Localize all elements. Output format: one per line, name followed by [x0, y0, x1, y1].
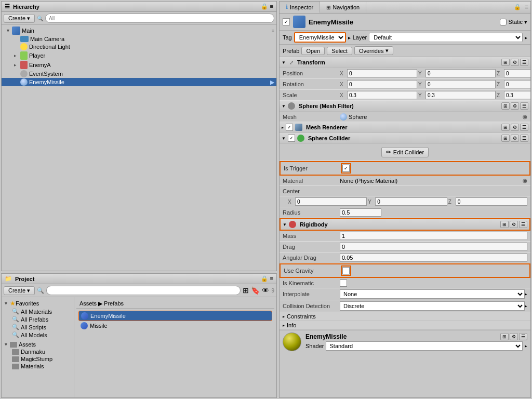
project-all-materials[interactable]: 🔍 All Materials: [2, 308, 74, 315]
hierarchy-item-player[interactable]: ▸ Player: [2, 51, 276, 60]
main-menu-icon[interactable]: ≡: [272, 28, 274, 33]
use-gravity-checkbox[interactable]: [342, 267, 350, 274]
object-enabled-checkbox[interactable]: ✓: [283, 18, 290, 25]
mesh-filter-menu-btn[interactable]: ⊞: [501, 102, 510, 110]
rigidbody-collapse-icon[interactable]: ▼: [283, 222, 287, 227]
hierarchy-menu-icon[interactable]: ≡: [270, 3, 273, 10]
shader-select[interactable]: Standard: [326, 341, 523, 351]
info-arrow[interactable]: ▸: [283, 323, 285, 328]
project-materials[interactable]: Materials: [2, 363, 74, 370]
project-enemy-missile-prefab[interactable]: EnemyMissile: [78, 311, 272, 321]
shader-dropdown-icon[interactable]: ▸: [525, 343, 527, 349]
mesh-renderer-menu-btn[interactable]: ⊞: [501, 124, 510, 131]
prefab-open-button[interactable]: Open: [301, 47, 325, 55]
hierarchy-item-event-system[interactable]: ▸ EventSystem: [2, 70, 276, 78]
transform-settings-btn[interactable]: ⚙: [511, 59, 519, 66]
mass-input[interactable]: [340, 232, 527, 240]
project-all-prefabs[interactable]: 🔍 All Prefabs: [2, 315, 74, 323]
rigidbody-gear-btn[interactable]: ☰: [519, 221, 527, 228]
material-settings-btn[interactable]: ⚙: [510, 333, 518, 340]
drag-input[interactable]: [340, 243, 527, 251]
project-magicstump[interactable]: MagicStump: [2, 355, 74, 363]
sphere-collider-collapse-icon[interactable]: ▼: [282, 136, 286, 141]
project-all-scripts[interactable]: 🔍 All Scripts: [2, 323, 74, 331]
scale-y-input[interactable]: [425, 91, 496, 99]
rotation-y-input[interactable]: [425, 80, 496, 88]
project-create-button[interactable]: Create ▾: [4, 286, 35, 295]
mesh-renderer-settings-btn[interactable]: ⚙: [511, 124, 519, 131]
hierarchy-item-enemy-missile[interactable]: ▸ EnemyMissile ▶: [2, 78, 276, 86]
tag-dropdown-icon[interactable]: ▸: [348, 35, 351, 41]
project-danmaku[interactable]: Danmaku: [2, 348, 74, 355]
project-toolbar-icon1[interactable]: ⊞: [243, 286, 249, 295]
is-kinematic-checkbox[interactable]: [340, 280, 347, 287]
center-x-input[interactable]: [295, 197, 367, 206]
transform-collapse-icon[interactable]: ▼: [282, 60, 286, 65]
mesh-renderer-enabled-checkbox[interactable]: ✓: [286, 124, 293, 131]
scale-x-input[interactable]: [347, 91, 417, 99]
mesh-filter-settings-btn[interactable]: ⚙: [511, 102, 519, 110]
project-menu-icon[interactable]: ≡: [270, 275, 273, 282]
mesh-filter-gear-btn[interactable]: ☰: [520, 102, 528, 110]
hierarchy-item-main-camera[interactable]: ▸ Main Camera: [2, 35, 276, 43]
scale-z-input[interactable]: [504, 91, 530, 99]
tab-navigation[interactable]: ⊞ Navigation: [320, 2, 366, 13]
hierarchy-create-button[interactable]: Create ▾: [4, 14, 35, 23]
interpolate-select[interactable]: None: [340, 289, 525, 299]
edit-collider-button[interactable]: ✏ Edit Collider: [381, 147, 429, 157]
collider-material-select-icon[interactable]: ◎: [523, 178, 527, 183]
project-assets-header[interactable]: ▼ Assets: [2, 341, 74, 348]
hierarchy-item-enemy-a[interactable]: ▸ EnemyA: [2, 60, 276, 70]
expand-arrow-player[interactable]: ▸: [14, 53, 20, 58]
inspector-menu-icon[interactable]: ≡: [523, 2, 530, 13]
mesh-select-icon[interactable]: ◎: [523, 114, 527, 119]
constraints-section[interactable]: ▸ Constraints: [280, 312, 530, 321]
center-z-input[interactable]: [456, 197, 527, 206]
project-search-input[interactable]: [46, 286, 241, 295]
transform-gear-btn[interactable]: ☰: [520, 59, 528, 66]
mesh-filter-collapse-icon[interactable]: ▼: [282, 104, 286, 109]
hierarchy-search-input[interactable]: [45, 14, 274, 23]
interpolate-dropdown-icon[interactable]: ▸: [525, 291, 527, 297]
material-gear-btn[interactable]: ☰: [519, 333, 527, 340]
hierarchy-lock-icon[interactable]: 🔒: [261, 3, 268, 10]
rotation-x-input[interactable]: [347, 80, 417, 88]
angular-drag-input[interactable]: [340, 254, 527, 262]
center-y-input[interactable]: [375, 197, 447, 206]
project-all-models[interactable]: 🔍 All Models: [2, 331, 74, 339]
position-z-input[interactable]: [504, 69, 530, 77]
mesh-renderer-gear-btn[interactable]: ☰: [520, 124, 528, 131]
prefab-overrides-button[interactable]: Overrides ▾: [354, 46, 393, 55]
hierarchy-item-main[interactable]: ▼ Main ≡: [2, 26, 276, 35]
position-x-input[interactable]: [347, 69, 417, 77]
sphere-collider-menu-btn[interactable]: ⊞: [501, 135, 510, 142]
radius-input[interactable]: [340, 208, 381, 217]
sphere-collider-gear-btn[interactable]: ☰: [520, 135, 528, 142]
inspector-lock-icon[interactable]: 🔒: [512, 2, 523, 13]
project-lock-icon[interactable]: 🔒: [261, 275, 268, 282]
project-toolbar-icon3[interactable]: 👁: [262, 286, 269, 295]
static-dropdown-icon[interactable]: ▾: [524, 19, 527, 25]
is-trigger-checkbox[interactable]: ✓: [342, 165, 350, 172]
collision-detection-select[interactable]: Discrete: [340, 301, 525, 311]
sphere-collider-header[interactable]: ▼ ✓ Sphere Collider ⊞ ⚙ ☰: [280, 133, 530, 144]
expand-arrow-main[interactable]: ▼: [6, 28, 12, 33]
enemy-missile-expand-icon[interactable]: ▶: [270, 79, 274, 86]
info-section[interactable]: ▸ Info: [280, 321, 530, 330]
transform-header[interactable]: ▼ ⤢ Transform ⊞ ⚙ ☰: [280, 57, 530, 68]
layer-select[interactable]: Default: [369, 33, 523, 42]
mesh-renderer-collapse-icon[interactable]: ▸: [282, 125, 284, 130]
layer-dropdown-icon[interactable]: ▸: [525, 35, 527, 41]
project-favorites-header[interactable]: ▼ ★ Favorites: [2, 299, 74, 308]
prefab-select-button[interactable]: Select: [327, 47, 352, 55]
project-missile-prefab[interactable]: Missile: [78, 321, 272, 330]
rotation-z-input[interactable]: [504, 80, 530, 88]
position-y-input[interactable]: [425, 69, 496, 77]
static-checkbox[interactable]: [500, 19, 507, 25]
mesh-renderer-header[interactable]: ▸ ✓ Mesh Renderer ⊞ ⚙ ☰: [280, 122, 530, 133]
mesh-filter-header[interactable]: ▼ Sphere (Mesh Filter) ⊞ ⚙ ☰: [280, 101, 530, 112]
constraints-arrow[interactable]: ▸: [283, 314, 285, 319]
project-toolbar-icon2[interactable]: 🔖: [251, 286, 260, 295]
tab-inspector[interactable]: ℹ Inspector: [280, 2, 320, 13]
sphere-collider-settings-btn[interactable]: ⚙: [511, 135, 519, 142]
